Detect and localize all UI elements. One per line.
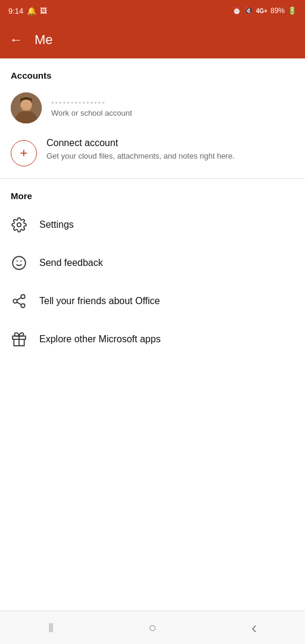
- share-menu-item[interactable]: Tell your friends about Office: [0, 282, 305, 320]
- image-icon: 🖼: [40, 7, 47, 15]
- explore-menu-item[interactable]: Explore other Microsoft apps: [0, 320, 305, 358]
- bottom-nav: [0, 611, 305, 644]
- feedback-menu-item[interactable]: Send feedback: [0, 244, 305, 282]
- connect-info: Connect account Get your cloud files, at…: [46, 138, 235, 162]
- mute-icon: 🔇: [244, 7, 253, 15]
- settings-menu-item[interactable]: Settings: [0, 206, 305, 244]
- battery-icon: 🔋: [288, 7, 297, 15]
- svg-point-9: [13, 299, 17, 304]
- smiley-icon: [11, 255, 27, 271]
- account-name: ••••••••••••••: [51, 98, 132, 107]
- content: Accounts •••••••••••••• Work or schoo: [0, 58, 305, 358]
- header: ← Me: [0, 21, 305, 58]
- avatar-image: [11, 92, 42, 123]
- smiley-svg: [11, 255, 27, 271]
- svg-point-5: [13, 256, 26, 270]
- status-right: ⏰ 🔇 4G+ 89% 🔋: [232, 7, 297, 15]
- more-section-label: More: [0, 179, 305, 206]
- account-info: •••••••••••••• Work or school account: [51, 98, 132, 117]
- gift-icon: [11, 331, 27, 348]
- gift-svg: [11, 332, 27, 347]
- plus-icon: +: [20, 147, 28, 160]
- status-left: 9:14 🔔 🖼: [8, 7, 47, 16]
- gear-icon: [11, 216, 27, 233]
- svg-point-4: [17, 223, 21, 227]
- share-label: Tell your friends about Office: [39, 296, 160, 306]
- battery-text: 89%: [270, 7, 285, 15]
- alarm-icon: ⏰: [232, 7, 241, 15]
- svg-line-11: [17, 302, 21, 305]
- status-bar: 9:14 🔔 🖼 ⏰ 🔇 4G+ 89% 🔋: [0, 0, 305, 21]
- nav-menu-button[interactable]: [33, 616, 69, 640]
- notification-icon: 🔔: [27, 7, 36, 16]
- status-time: 9:14: [8, 7, 23, 16]
- avatar: [11, 92, 42, 123]
- settings-label: Settings: [39, 219, 74, 230]
- plus-circle-icon: +: [11, 140, 37, 166]
- user-account-item[interactable]: •••••••••••••• Work or school account: [0, 85, 305, 131]
- page-title: Me: [35, 32, 53, 48]
- svg-point-8: [21, 295, 25, 299]
- feedback-label: Send feedback: [39, 258, 103, 268]
- share-svg: [11, 293, 27, 309]
- explore-label: Explore other Microsoft apps: [39, 334, 161, 345]
- gear-svg: [11, 217, 27, 233]
- accounts-section-label: Accounts: [0, 58, 305, 85]
- svg-point-10: [21, 304, 25, 307]
- connect-description: Get your cloud files, attachments, and n…: [46, 151, 235, 162]
- signal-icon: 4G+: [256, 8, 267, 14]
- share-icon: [11, 293, 27, 309]
- avatar-svg: [11, 92, 42, 123]
- svg-line-12: [17, 298, 21, 300]
- svg-point-3: [21, 99, 32, 110]
- account-type: Work or school account: [51, 109, 132, 117]
- connect-title: Connect account: [46, 138, 235, 148]
- nav-back-button[interactable]: [236, 616, 272, 640]
- nav-home-button[interactable]: [135, 616, 170, 640]
- back-button[interactable]: ←: [10, 32, 23, 48]
- connect-account-item[interactable]: + Connect account Get your cloud files, …: [0, 131, 305, 178]
